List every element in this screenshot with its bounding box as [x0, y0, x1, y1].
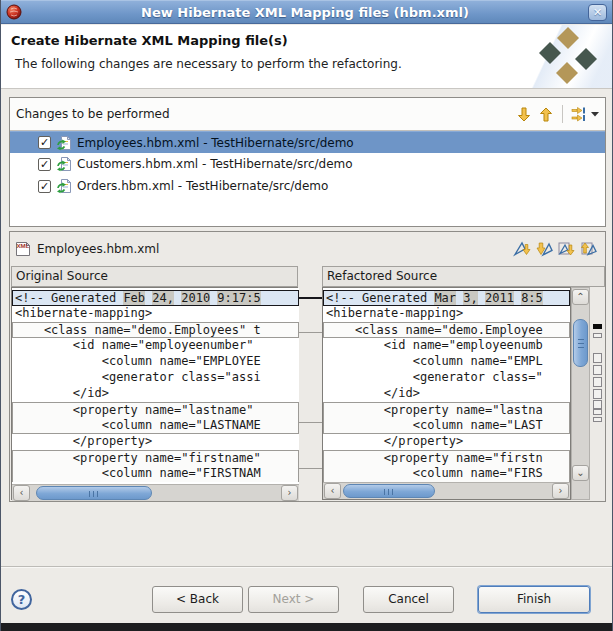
vscroll-thumb[interactable]	[573, 319, 588, 367]
changes-list[interactable]: ✓Employees.hbm.xml - TestHibernate/src/d…	[10, 131, 605, 226]
hscroll-thumb[interactable]	[343, 484, 435, 498]
change-item-label: Orders.hbm.xml - TestHibernate/src/demo	[77, 179, 328, 193]
overview-diff-marker[interactable]	[593, 400, 602, 409]
overview-diff-marker[interactable]	[593, 389, 602, 399]
overview-diff-marker[interactable]	[593, 409, 602, 415]
previous-change-icon[interactable]	[577, 239, 599, 259]
code-line: <generator class="assi	[12, 370, 299, 386]
changes-header: Changes to be performed	[10, 98, 605, 131]
diff-connector-strip	[299, 287, 322, 500]
code-line: <column name="FIRSTNAM	[12, 466, 299, 482]
refactored-vscrollbar[interactable]: ⌃ ⌄	[571, 287, 590, 500]
code-line: <generator class="	[323, 370, 570, 386]
change-checkbox[interactable]: ✓	[38, 136, 51, 149]
code-line: <class name="demo.Employee	[323, 322, 570, 338]
code-line: <id name="employeenumb	[323, 338, 570, 354]
change-list-item[interactable]: ✓Employees.hbm.xml - TestHibernate/src/d…	[10, 131, 605, 153]
change-checkbox[interactable]: ✓	[38, 158, 51, 171]
close-button[interactable]: ✕	[588, 4, 607, 21]
back-button[interactable]: < Back	[152, 586, 243, 613]
hbm-file-icon	[56, 156, 72, 172]
toolbar-separator	[562, 105, 563, 123]
refactored-source-header: Refactored Source	[322, 266, 605, 287]
filter-changes-icon[interactable]	[568, 104, 590, 124]
window-title: New Hibernate XML Mapping files (hbm.xml…	[22, 5, 588, 20]
hbm-file-icon	[56, 178, 72, 194]
change-checkbox[interactable]: ✓	[38, 180, 51, 193]
code-line: <property name="firstn	[323, 450, 570, 466]
code-line: <property name="lastna	[323, 402, 570, 418]
original-source-header: Original Source	[11, 266, 298, 287]
code-line: <id name="employeenumber"	[12, 338, 299, 354]
code-line: <property name="lastname"	[12, 402, 299, 418]
changes-label: Changes to be performed	[16, 107, 513, 121]
overview-diff-marker[interactable]	[593, 365, 602, 375]
code-line: <!-- Generated Mar 3, 2011 8:5	[323, 290, 570, 306]
next-button: Next >	[248, 586, 339, 613]
original-hscrollbar[interactable]: ‹ ›	[12, 484, 299, 501]
code-line: </id>	[12, 386, 299, 402]
refactored-hscrollbar[interactable]: ‹ ›	[323, 482, 570, 499]
original-source-panel[interactable]: <!-- Generated Feb 24, 2010 9:17:5<hiber…	[11, 287, 298, 500]
window-icon	[6, 4, 22, 20]
button-bar: ? < Back Next > Cancel Finish	[1, 576, 612, 622]
code-line: <column name="EMPLOYEE	[12, 354, 299, 370]
diff-connector	[298, 468, 323, 469]
original-source-code[interactable]: <!-- Generated Feb 24, 2010 9:17:5<hiber…	[12, 288, 299, 484]
overview-diff-marker[interactable]	[593, 377, 602, 387]
finish-button[interactable]: Finish	[478, 586, 590, 613]
dialog-window: New Hibernate XML Mapping files (hbm.xml…	[0, 0, 613, 631]
scroll-down-icon[interactable]: ⌄	[572, 465, 589, 481]
diff-connector	[298, 332, 323, 333]
code-line: <hibernate-mapping>	[12, 306, 299, 322]
xml-file-icon: XML	[15, 241, 31, 257]
next-difference-icon[interactable]	[511, 239, 533, 259]
scroll-up-icon[interactable]: ⌃	[572, 289, 589, 305]
overview-diff-marker[interactable]	[593, 417, 602, 422]
change-list-item[interactable]: ✓Orders.hbm.xml - TestHibernate/src/demo	[10, 175, 605, 197]
compare-file-label: Employees.hbm.xml	[37, 242, 511, 256]
diff-connector	[298, 297, 323, 299]
scroll-right-icon[interactable]: ›	[281, 485, 298, 501]
change-item-label: Customers.hbm.xml - TestHibernate/src/de…	[77, 157, 353, 171]
hibernate-logo-icon	[530, 27, 602, 87]
code-line: <class name="demo.Employees" t	[12, 322, 299, 338]
scroll-left-icon[interactable]: ‹	[324, 483, 341, 499]
help-button[interactable]: ?	[11, 589, 32, 610]
code-line: </id>	[323, 386, 570, 402]
cancel-button[interactable]: Cancel	[363, 586, 454, 613]
code-line: <property name="firstname"	[12, 450, 299, 466]
button-separator	[1, 566, 612, 568]
code-line: <hibernate-mapping>	[323, 306, 570, 322]
change-item-label: Employees.hbm.xml - TestHibernate/src/de…	[77, 136, 354, 150]
chevron-down-icon[interactable]	[591, 111, 599, 117]
wizard-header: Create Hibernate XML Mapping file(s) The…	[1, 25, 612, 89]
compare-panel: XML Employees.hbm.xml	[9, 231, 606, 502]
refactored-source-panel[interactable]: <!-- Generated Mar 3, 2011 8:5<hibernate…	[322, 287, 605, 500]
title-bar[interactable]: New Hibernate XML Mapping files (hbm.xml…	[1, 0, 612, 24]
previous-difference-icon[interactable]	[533, 239, 555, 259]
scroll-right-icon[interactable]: ›	[552, 483, 569, 499]
code-line: <column name="LASTNAME	[12, 418, 299, 434]
overview-diff-marker[interactable]	[593, 333, 602, 338]
hscroll-thumb[interactable]	[36, 486, 152, 500]
svg-text:XML: XML	[16, 242, 29, 249]
next-change-icon[interactable]	[555, 239, 577, 259]
hbm-file-icon	[56, 135, 72, 151]
overview-diff-marker[interactable]	[593, 324, 602, 329]
code-line: <!-- Generated Feb 24, 2010 9:17:5	[12, 290, 299, 306]
move-up-icon[interactable]	[535, 104, 557, 124]
scroll-left-icon[interactable]: ‹	[13, 485, 30, 501]
refactored-source-code[interactable]: <!-- Generated Mar 3, 2011 8:5<hibernate…	[323, 288, 570, 484]
diff-connector	[298, 422, 323, 423]
code-line: <column name="FIRS	[323, 466, 570, 482]
code-line: </property>	[323, 434, 570, 450]
overview-diff-marker[interactable]	[593, 353, 602, 363]
changes-panel: Changes to be performed	[9, 97, 606, 227]
code-line: <column name="EMPL	[323, 354, 570, 370]
move-down-icon[interactable]	[513, 104, 535, 124]
overview-ruler[interactable]	[590, 287, 605, 500]
code-line: <column name="LAST	[323, 418, 570, 434]
change-list-item[interactable]: ✓Customers.hbm.xml - TestHibernate/src/d…	[10, 153, 605, 175]
window-bottom-edge	[0, 623, 613, 631]
